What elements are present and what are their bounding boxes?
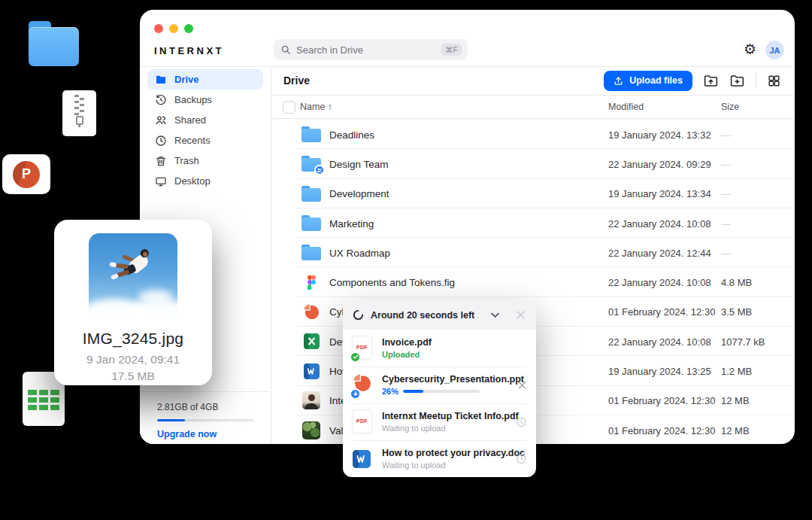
file-modified: 01 February 2024. 12:30 xyxy=(608,306,715,318)
storage-progress-fill xyxy=(157,419,185,421)
upload-file-name: Invoice.pdf xyxy=(382,337,536,348)
table-row[interactable]: Components and Tokens.fig 22 January 202… xyxy=(271,267,795,296)
trash-icon xyxy=(155,155,167,167)
table-row[interactable]: UX Roadmap 22 January 2024. 12:44 — xyxy=(271,238,795,267)
pdf-file-icon: PDF xyxy=(353,410,371,433)
toolbar: Drive Upload files xyxy=(271,66,795,96)
image-preview-card[interactable]: IMG_3245.jpg 9 Jan 2024, 09:41 17.5 MB xyxy=(54,220,212,385)
upload-item[interactable]: Cybersecurity_Presentation.ppt 26% xyxy=(343,366,536,403)
file-size: 3.5 MB xyxy=(721,306,752,318)
file-name: UX Roadmap xyxy=(329,247,390,258)
clock-icon xyxy=(155,135,167,147)
upload-status: Waiting to upload xyxy=(382,461,536,470)
waiting-clock-icon xyxy=(516,416,527,427)
uploaded-check-icon xyxy=(350,351,361,363)
desktop-monitor-icon xyxy=(155,175,167,187)
file-modified: 22 January 2024. 10:08 xyxy=(608,336,711,347)
avatar[interactable]: JA xyxy=(765,41,784,59)
image-size: 17.5 MB xyxy=(54,369,212,383)
file-size: 12 MB xyxy=(721,424,750,436)
photo-thumbnail xyxy=(302,421,320,439)
popup-title: Around 20 seconds left xyxy=(371,310,483,321)
toolbar-separator xyxy=(756,73,756,88)
column-header-size[interactable]: Size xyxy=(721,102,739,112)
file-size: — xyxy=(721,217,731,229)
select-all-checkbox[interactable] xyxy=(283,101,295,114)
upload-status: Uploaded xyxy=(382,350,536,359)
popup-header: Around 20 seconds left xyxy=(343,300,536,330)
file-name: Marketing xyxy=(329,217,374,229)
upload-item[interactable]: PDF Internxt Meetup Ticket Info.pdf Wait… xyxy=(343,403,536,440)
upload-item[interactable]: How to protect your privacy.doc Waiting … xyxy=(343,440,536,477)
new-folder-button[interactable] xyxy=(729,73,745,89)
storage-usage-label: 2.81GB of 4GB xyxy=(157,402,270,412)
search-input[interactable]: Search in Drive ⌘F xyxy=(274,39,468,60)
table-row[interactable]: Development 19 January 2024. 13:34 — xyxy=(271,179,795,208)
upload-progress-fill xyxy=(403,390,423,393)
powerpoint-file-icon[interactable]: P xyxy=(2,154,50,194)
file-size: — xyxy=(721,188,731,199)
sidebar-item-shared[interactable]: Shared xyxy=(147,110,263,130)
zip-file-icon[interactable] xyxy=(62,90,96,136)
settings-gear-icon[interactable]: ⚙ xyxy=(744,41,756,58)
upload-status: Waiting to upload xyxy=(382,424,536,433)
cancel-upload-button[interactable] xyxy=(517,380,527,390)
table-row[interactable]: Marketing 22 January 2024. 10:08 — xyxy=(271,208,795,238)
sidebar-item-label: Desktop xyxy=(174,175,211,187)
column-header-modified[interactable]: Modified xyxy=(608,102,644,112)
close-icon xyxy=(517,380,527,390)
chevron-down-icon xyxy=(489,309,501,321)
folder-upload-icon xyxy=(703,73,719,89)
sidebar-item-label: Backups xyxy=(174,94,212,105)
file-name: Development xyxy=(329,188,389,199)
upload-folder-button[interactable] xyxy=(703,73,719,89)
file-modified: 19 January 2024. 13:25 xyxy=(608,366,711,377)
waiting-clock-icon xyxy=(516,453,527,464)
page-title: Drive xyxy=(283,75,310,87)
table-row[interactable]: Deadlines 19 January 2024. 13:32 — xyxy=(271,120,795,149)
folder-icon xyxy=(301,245,321,260)
shared-people-icon xyxy=(155,114,167,126)
file-size: — xyxy=(721,247,731,258)
folder-icon xyxy=(301,186,321,202)
shared-folder-icon xyxy=(301,156,321,172)
sidebar-item-drive[interactable]: Drive xyxy=(147,69,263,90)
file-name: Deadlines xyxy=(329,129,374,140)
file-name: Components and Tokens.fig xyxy=(329,277,455,288)
photo-preview xyxy=(89,233,177,320)
image-filename: IMG_3245.jpg xyxy=(54,330,212,348)
collapse-popup-button[interactable] xyxy=(489,309,501,321)
folder-icon xyxy=(155,74,167,86)
table-header: Name ↑ Modified Size xyxy=(271,96,795,119)
sidebar-item-recents[interactable]: Recents xyxy=(147,130,263,151)
upload-icon xyxy=(614,76,623,86)
table-row[interactable]: Design Team 22 January 2024. 09:29 — xyxy=(271,149,795,178)
search-icon xyxy=(280,44,291,55)
photo-thumbnail xyxy=(302,391,320,409)
file-modified: 22 January 2024. 09:29 xyxy=(608,158,711,169)
sidebar-item-trash[interactable]: Trash xyxy=(147,151,263,171)
file-modified: 22 January 2024. 10:08 xyxy=(608,217,711,229)
powerpoint-logo-icon: P xyxy=(13,161,40,188)
image-date: 9 Jan 2024, 09:41 xyxy=(54,353,212,366)
column-header-name[interactable]: Name ↑ xyxy=(300,102,332,112)
file-modified: 19 January 2024. 13:34 xyxy=(608,188,711,199)
close-icon xyxy=(515,309,526,321)
zipper-pull-icon xyxy=(76,116,83,125)
upgrade-now-link[interactable]: Upgrade now xyxy=(157,429,270,439)
upload-files-button[interactable]: Upload files xyxy=(604,71,692,91)
close-popup-button[interactable] xyxy=(515,309,526,321)
upload-item[interactable]: PDF Invoice.pdf Uploaded xyxy=(343,330,536,366)
sidebar-item-desktop[interactable]: Desktop xyxy=(147,171,263,191)
upload-progress-bar xyxy=(403,390,480,393)
zipper-icon xyxy=(74,95,85,116)
upload-file-name: Cybersecurity_Presentation.ppt xyxy=(382,374,536,385)
storage-section: 2.81GB of 4GB Upgrade now xyxy=(140,391,270,444)
uploading-arrow-icon xyxy=(350,388,361,400)
file-size: — xyxy=(721,129,731,140)
backup-clock-icon xyxy=(155,94,167,106)
grid-view-button[interactable] xyxy=(767,74,781,88)
sidebar-item-backups[interactable]: Backups xyxy=(147,90,263,110)
desktop-folder-icon[interactable] xyxy=(29,21,79,66)
sidebar-item-label: Recents xyxy=(174,135,211,146)
